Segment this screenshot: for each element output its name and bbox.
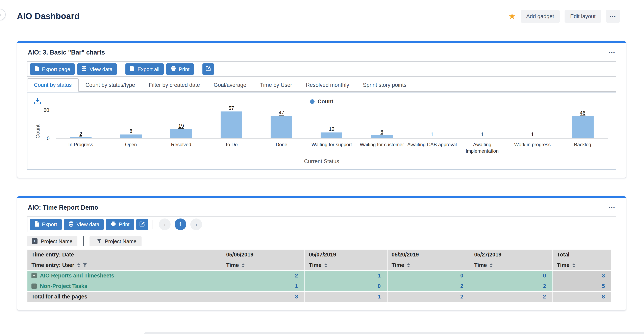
tab-resolved-monthly[interactable]: Resolved monthly — [299, 78, 356, 92]
tab-count-by-status-type[interactable]: Count by status/type — [79, 78, 142, 92]
sort-icon[interactable] — [242, 263, 245, 267]
gadget-title: AIO: 3. Basic "Bar" charts — [28, 49, 105, 56]
file-export-icon — [130, 66, 135, 72]
tab-count-by-status[interactable]: Count by status — [27, 78, 79, 92]
bar[interactable] — [170, 129, 192, 138]
category-label: In Progress — [56, 142, 106, 154]
top-bar: ≡ AIO Dashboard ★ Add gadget Edit layout… — [0, 0, 644, 26]
sort-icon[interactable] — [407, 263, 410, 267]
bar-group: 1 — [407, 132, 457, 138]
time-header-cell[interactable]: Time — [222, 260, 305, 270]
database-icon — [68, 221, 74, 228]
export-all-button[interactable]: Export all — [126, 63, 164, 75]
category-label: Backlog — [558, 142, 608, 154]
value-cell: 0 — [387, 270, 470, 281]
row-total-cell: 3 — [553, 270, 612, 281]
y-tick-60: 60 — [44, 107, 49, 113]
bar[interactable] — [120, 134, 142, 138]
tab-time-by-user[interactable]: Time by User — [253, 78, 299, 92]
export-button[interactable]: Export — [30, 219, 62, 230]
edit-external-icon — [206, 66, 211, 72]
time-header-cell[interactable]: Time — [553, 260, 612, 270]
tab-goal-average[interactable]: Goal/average — [207, 78, 253, 92]
bar[interactable] — [421, 138, 443, 138]
time-header-cell[interactable]: Time — [305, 260, 387, 270]
bar-value-label: 8 — [130, 128, 132, 134]
time-header-label: Time — [226, 262, 239, 268]
export-all-label: Export all — [138, 66, 159, 72]
add-gadget-button[interactable]: Add gadget — [520, 10, 560, 23]
open-in-editor-button[interactable] — [136, 219, 148, 230]
next-page-button[interactable]: › — [190, 219, 202, 230]
bar[interactable] — [371, 135, 393, 138]
open-in-editor-button[interactable] — [202, 63, 214, 75]
row-label-cell: + Non-Project Tasks — [27, 281, 222, 291]
bar-value-label: 6 — [380, 129, 383, 135]
sort-icon[interactable] — [77, 263, 80, 267]
toolbar-divider — [152, 220, 152, 229]
print-button[interactable]: Print — [166, 63, 194, 75]
bar[interactable] — [70, 137, 92, 138]
current-page-button[interactable]: 1 — [174, 219, 186, 230]
y-tick-0: 0 — [47, 136, 50, 141]
view-data-button[interactable]: View data — [64, 219, 104, 230]
gadget-time-report-header: AIO: Time Report Demo ••• — [27, 198, 616, 217]
sort-icon[interactable] — [324, 263, 328, 267]
print-button[interactable]: Print — [106, 219, 134, 230]
time-header-label: Time — [309, 262, 322, 268]
favorite-star-icon[interactable]: ★ — [508, 12, 516, 20]
time-header-label: Time — [392, 262, 404, 268]
bar[interactable] — [572, 116, 594, 138]
grouping-chips: + Project Name Project Name — [27, 236, 616, 246]
view-data-button[interactable]: View data — [77, 63, 117, 75]
page-title: AIO Dashboard — [17, 11, 80, 21]
bar-value-label: 1 — [481, 132, 484, 137]
prev-page-button[interactable]: ‹ — [159, 219, 170, 230]
category-label: Resolved — [156, 142, 206, 154]
group-by-chip[interactable]: + Project Name — [27, 236, 78, 246]
bar[interactable] — [321, 132, 342, 138]
category-label: To Do — [206, 142, 256, 154]
gadget-more-icon[interactable]: ••• — [609, 205, 615, 210]
gadget-more-icon[interactable]: ••• — [609, 50, 615, 55]
bar[interactable] — [522, 138, 544, 138]
project-link[interactable]: AIO Reports and Timesheets — [40, 273, 114, 279]
bar-value-label: 1 — [531, 132, 534, 137]
bar[interactable] — [220, 111, 242, 138]
sidebar-toggle-button[interactable]: ≡ — [0, 9, 6, 20]
export-label: Export — [42, 221, 57, 227]
sort-icon[interactable] — [490, 263, 493, 267]
value-cell: 2 — [470, 281, 553, 291]
bar-value-label: 1 — [431, 132, 434, 137]
table-footer-row: Total for all the pages 3 1 2 2 8 — [27, 291, 612, 302]
gadget-time-report: AIO: Time Report Demo ••• Export View da… — [17, 196, 626, 310]
tab-sprint-story-points[interactable]: Sprint story points — [356, 78, 413, 92]
table-row: + AIO Reports and Timesheets 2 1 0 0 3 — [27, 270, 612, 281]
dashboard-page: ≡ AIO Dashboard ★ Add gadget Edit layout… — [0, 0, 644, 334]
bar-group: 6 — [357, 129, 407, 138]
col-header-date: Time entry: Date — [27, 249, 222, 260]
user-header-cell[interactable]: Time entry: User — [27, 260, 222, 270]
tab-filter-by-created-date[interactable]: Filter by created date — [142, 78, 207, 92]
view-data-label: View data — [76, 221, 100, 227]
edit-layout-button[interactable]: Edit layout — [564, 10, 601, 23]
project-link[interactable]: Non-Project Tasks — [40, 283, 87, 289]
bar-value-label: 2 — [80, 131, 82, 137]
funnel-icon[interactable] — [83, 263, 87, 267]
expand-row-icon[interactable]: + — [32, 283, 37, 289]
time-header-cell[interactable]: Time — [387, 260, 470, 270]
bar[interactable] — [270, 116, 292, 138]
table-header-dates: Time entry: Date 05/06/2019 05/07/2019 0… — [27, 249, 612, 260]
bar[interactable] — [472, 138, 493, 138]
export-page-button[interactable]: Export page — [30, 63, 74, 75]
page-more-button[interactable]: ••• — [606, 10, 620, 23]
chart-download-icon[interactable] — [34, 98, 41, 105]
expand-row-icon[interactable]: + — [32, 273, 37, 278]
time-header-cell[interactable]: Time — [470, 260, 553, 270]
plus-square-icon: + — [32, 238, 38, 244]
filter-chip[interactable]: Project Name — [90, 236, 142, 246]
group-by-chip-label: Project Name — [41, 238, 72, 244]
bar-group: 19 — [156, 123, 206, 138]
chart-legend[interactable]: Count — [33, 99, 610, 105]
sort-icon[interactable] — [572, 263, 576, 267]
